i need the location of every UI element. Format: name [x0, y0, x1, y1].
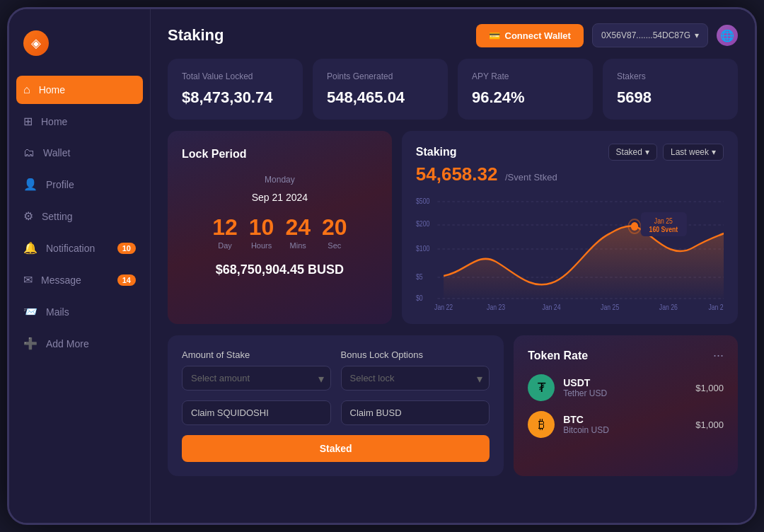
- token-more-button[interactable]: ···: [713, 348, 724, 363]
- btc-symbol: BTC: [563, 414, 609, 425]
- lock-date: Sep 21 2024: [252, 192, 308, 203]
- lock-period-card: Lock Period Monday Sep 21 2024 12 Day 10…: [168, 131, 392, 324]
- stats-grid: Total Value Locked $8,473,30.74 Points G…: [168, 59, 738, 120]
- avatar-icon: 🌐: [720, 29, 734, 42]
- sidebar-logo: ◈: [9, 23, 150, 73]
- chart-unit: /Svent Stked: [505, 172, 557, 183]
- countdown-sec: 20 Sec: [322, 216, 347, 250]
- usdt-name: Tether USD: [563, 388, 607, 398]
- wallet-address-text: 0X56V87.......54DC87G: [601, 30, 690, 40]
- sidebar-item-notification[interactable]: 🔔 Notification 10: [9, 233, 150, 262]
- countdown-sec-value: 20: [322, 216, 347, 238]
- avatar[interactable]: 🌐: [717, 25, 738, 46]
- sidebar-item-setting[interactable]: ⚙ Setting: [9, 202, 150, 231]
- token-info-btc: BTC Bitcoin USD: [563, 414, 609, 435]
- usdt-price: $1,000: [695, 383, 724, 393]
- svg-text:Jan 26: Jan 26: [659, 303, 678, 311]
- svg-text:Jan 24: Jan 24: [542, 303, 560, 311]
- main-content: Staking 💳 Connect Wallet 0X56V87.......5…: [151, 9, 755, 523]
- svg-text:$0: $0: [416, 294, 423, 302]
- sidebar-item-profile[interactable]: 👤 Profile: [9, 170, 150, 199]
- header: Staking 💳 Connect Wallet 0X56V87.......5…: [168, 23, 738, 47]
- sidebar-item-label: Home: [39, 84, 65, 96]
- countdown: 12 Day 10 Hours 24 Mins 20 Sec: [212, 216, 347, 250]
- home-icon: ⊞: [23, 115, 33, 128]
- svg-text:$200: $200: [416, 220, 429, 228]
- countdown-day-value: 12: [212, 216, 238, 238]
- countdown-mins-value: 24: [285, 216, 311, 238]
- countdown-day: 12 Day: [212, 216, 238, 250]
- staked-button[interactable]: Staked: [182, 435, 490, 462]
- stat-card-tvl: Total Value Locked $8,473,30.74: [168, 59, 303, 120]
- sidebar-item-label: Mails: [46, 306, 69, 318]
- svg-text:$100: $100: [416, 245, 429, 253]
- sidebar-item-label: Home: [41, 116, 67, 127]
- chart-header: Staking Staked ▾ Last week ▾: [416, 144, 724, 161]
- usdt-icon: ₮: [528, 374, 555, 401]
- sidebar-item-wallet[interactable]: 🗂 Wallet: [9, 139, 150, 167]
- stat-value-points: 548,465.04: [327, 88, 434, 107]
- token-rate-card: Token Rate ··· ₮ USDT Tether USD $1,000 …: [514, 335, 738, 476]
- connect-wallet-label: Connect Wallet: [505, 30, 571, 41]
- wallet-icon: 🗂: [23, 146, 35, 159]
- notification-icon: 🔔: [23, 241, 37, 255]
- sidebar-item-label: Setting: [42, 211, 73, 222]
- token-card-header: Token Rate ···: [528, 348, 724, 363]
- sidebar-item-label: Notification: [46, 243, 95, 254]
- usdt-symbol: USDT: [563, 377, 607, 388]
- stat-card-points: Points Generated 548,465.04: [313, 59, 448, 120]
- token-rate-title: Token Rate: [528, 349, 588, 362]
- stat-card-apy: APY Rate 96.24%: [458, 59, 593, 120]
- chart-main-value: 54,658.32: [416, 163, 498, 185]
- logo-icon: ◈: [23, 30, 49, 56]
- claim-row: [182, 400, 490, 425]
- stat-label-stakers: Stakers: [617, 71, 724, 81]
- add-more-icon: ➕: [23, 337, 37, 350]
- chart-fill: [444, 226, 724, 301]
- tooltip-value: 160 Svent: [649, 226, 678, 233]
- period-chevron-icon: ▾: [712, 147, 716, 157]
- sidebar-item-mails[interactable]: 📨 Mails: [9, 297, 150, 326]
- sidebar: ◈ ⌂ Home ⊞ Home 🗂 Wallet 👤 Profile ⚙ Set…: [9, 9, 151, 523]
- svg-text:$5: $5: [416, 273, 423, 281]
- token-item-usdt: ₮ USDT Tether USD $1,000: [528, 374, 724, 401]
- header-actions: 💳 Connect Wallet 0X56V87.......54DC87G ▾…: [476, 23, 739, 47]
- chevron-down-icon: ▾: [695, 30, 699, 40]
- countdown-day-label: Day: [218, 241, 232, 250]
- sidebar-item-home[interactable]: ⊞ Home: [9, 107, 150, 136]
- stat-card-stakers: Stakers 5698: [603, 59, 738, 120]
- svg-text:Jan 25: Jan 25: [601, 303, 619, 311]
- lock-select[interactable]: Select lock: [341, 366, 490, 391]
- middle-row: Lock Period Monday Sep 21 2024 12 Day 10…: [168, 131, 738, 324]
- period-filter[interactable]: Last week ▾: [663, 144, 724, 161]
- svg-text:$500: $500: [416, 197, 429, 205]
- staked-filter[interactable]: Staked ▾: [608, 144, 657, 161]
- sidebar-item-message[interactable]: ✉ Message 14: [9, 265, 150, 294]
- btc-price: $1,000: [695, 420, 724, 430]
- sidebar-item-home-active[interactable]: ⌂ Home: [16, 76, 143, 104]
- setting-icon: ⚙: [23, 209, 33, 223]
- staked-chevron-icon: ▾: [645, 147, 649, 157]
- stat-value-apy: 96.24%: [472, 88, 579, 107]
- message-badge: 14: [117, 274, 136, 286]
- wallet-address-display[interactable]: 0X56V87.......54DC87G ▾: [592, 23, 708, 47]
- tooltip-date: Jan 25: [654, 217, 673, 225]
- lock-amount: $68,750,904.45 BUSD: [216, 262, 344, 277]
- sidebar-item-label: Profile: [46, 179, 74, 190]
- bottom-row: Amount of Stake Select amount Bonus Lock…: [168, 335, 738, 476]
- sidebar-item-add-more[interactable]: ➕ Add More: [9, 329, 150, 358]
- chart-title: Staking: [416, 146, 457, 158]
- wallet-btn-icon: 💳: [489, 30, 500, 41]
- claim-squidoshi-input[interactable]: [182, 400, 331, 425]
- connect-wallet-button[interactable]: 💳 Connect Wallet: [476, 24, 584, 47]
- chart-controls: Staked ▾ Last week ▾: [608, 144, 724, 161]
- claim-busd-input[interactable]: [341, 400, 490, 425]
- lock-select-wrapper: Select lock: [341, 366, 490, 391]
- lock-period-title: Lock Period: [182, 148, 247, 161]
- amount-select[interactable]: Select amount: [182, 366, 331, 391]
- amount-label: Amount of Stake: [182, 349, 331, 360]
- lock-label: Bonus Lock Options: [341, 349, 490, 360]
- amount-select-wrapper: Select amount: [182, 366, 331, 391]
- stat-label-tvl: Total Value Locked: [182, 71, 289, 81]
- countdown-hours-label: Hours: [251, 241, 272, 250]
